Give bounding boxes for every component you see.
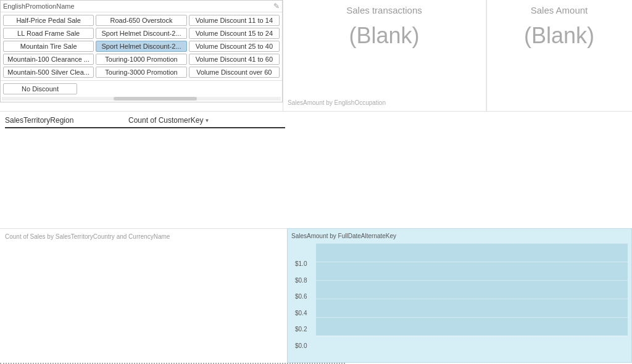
grid-line-5: [316, 317, 628, 318]
y-axis: $1.0 $0.8 $0.6 $0.4 $0.2 $0.0: [295, 260, 307, 349]
chip-volume-discount-41-60[interactable]: Volume Discount 41 to 60: [189, 54, 280, 65]
table-header: SalesTerritoryRegion Count of CustomerKe…: [5, 116, 285, 128]
chart-container: $1.0 $0.8 $0.6 $0.4 $0.2 $0.0: [291, 243, 628, 354]
filter-bottom: No Discount: [1, 80, 282, 97]
chip-no-discount[interactable]: No Discount: [3, 83, 77, 94]
filter-panel: EnglishPromotionName ✎ Half-Price Pedal …: [0, 0, 283, 102]
grid-line-4: [316, 299, 628, 299]
grid-line-2: [316, 262, 628, 262]
sales-amount-panel: Sales Amount (Blank): [486, 0, 632, 111]
y-label-1: $1.0: [295, 260, 307, 267]
table-col-count: Count of CustomerKey ▼: [128, 116, 209, 125]
chip-sport-helmet-discount-1[interactable]: Sport Helmet Discount-2...: [96, 28, 186, 39]
chip-volume-discount-25-40[interactable]: Volume Discount 25 to 40: [189, 41, 280, 52]
chip-ll-road-frame-sale[interactable]: LL Road Frame Sale: [3, 28, 94, 39]
chip-mountain-100-clearance[interactable]: Mountain-100 Clearance ...: [3, 54, 94, 65]
chip-mountain-tire-sale[interactable]: Mountain Tire Sale: [3, 41, 94, 52]
scrollbar-area[interactable]: [2, 97, 281, 101]
table-panel: SalesTerritoryRegion Count of CustomerKe…: [0, 111, 290, 228]
chip-volume-discount-15-24[interactable]: Volume Discount 15 to 24: [189, 28, 280, 39]
y-label-6: $0.0: [295, 342, 307, 349]
chart-plot-area: [316, 243, 628, 336]
y-label-4: $0.4: [295, 310, 307, 316]
sort-icon[interactable]: ▼: [204, 118, 209, 123]
chip-road-650-overstock[interactable]: Road-650 Overstock: [96, 15, 186, 26]
grid-line-1: [316, 243, 628, 244]
bottom-right-chart-title: SalesAmount by FullDateAlternateKey: [291, 233, 628, 239]
sales-amount-title: Sales Amount: [531, 5, 588, 15]
bottom-left-chart-title: Count of Sales by SalesTerritoryCountry …: [5, 233, 282, 240]
table-col-region: SalesTerritoryRegion: [5, 116, 128, 125]
bottom-right-chart: SalesAmount by FullDateAlternateKey $1.0…: [287, 228, 632, 363]
chip-touring-3000-promotion[interactable]: Touring-3000 Promotion: [96, 67, 186, 78]
chip-touring-1000-promotion[interactable]: Touring-1000 Promotion: [96, 54, 186, 65]
sales-transactions-subtitle: SalesAmount by EnglishOccupation: [283, 99, 386, 111]
sales-amount-value: (Blank): [524, 23, 594, 49]
sales-transactions-title: Sales transactions: [346, 5, 422, 15]
scrollbar-thumb[interactable]: [114, 97, 198, 101]
grid-line-6: [316, 336, 628, 336]
filter-grid: Half-Price Pedal Sale Road-650 Overstock…: [1, 12, 282, 80]
chip-mountain-500-silver[interactable]: Mountain-500 Silver Clea...: [3, 67, 94, 78]
filter-panel-title: EnglishPromotionName: [3, 2, 75, 10]
grid-lines: [316, 243, 628, 336]
grid-line-3: [316, 280, 628, 281]
sales-transactions-value: (Blank): [349, 23, 419, 49]
chip-sport-helmet-discount-2[interactable]: Sport Helmet Discount-2...: [96, 41, 186, 52]
chip-volume-discount-over-60[interactable]: Volume Discount over 60: [189, 67, 280, 78]
y-label-3: $0.6: [295, 293, 307, 300]
bottom-left-chart: Count of Sales by SalesTerritoryCountry …: [0, 228, 287, 358]
y-label-2: $0.8: [295, 277, 307, 284]
edit-icon[interactable]: ✎: [273, 2, 280, 10]
y-label-5: $0.2: [295, 326, 307, 333]
sales-transactions-panel: Sales transactions (Blank) SalesAmount b…: [283, 0, 486, 111]
filter-header: EnglishPromotionName ✎: [1, 1, 282, 12]
page: EnglishPromotionName ✎ Half-Price Pedal …: [0, 0, 632, 364]
chip-half-price-pedal-sale[interactable]: Half-Price Pedal Sale: [3, 15, 94, 26]
chip-volume-discount-11-14[interactable]: Volume Discount 11 to 14: [189, 15, 280, 26]
